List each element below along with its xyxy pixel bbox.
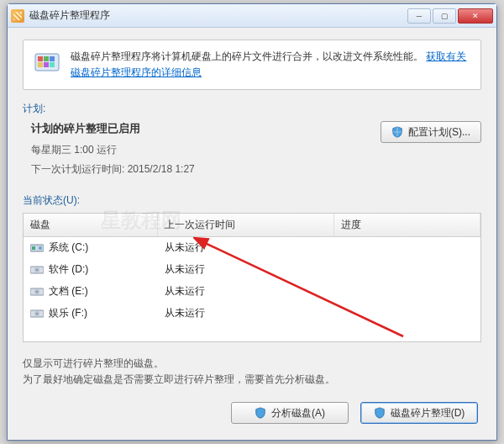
shield-icon	[374, 407, 386, 419]
minimize-button[interactable]: ─	[407, 8, 431, 24]
schedule-enabled-title: 计划的碎片整理已启用	[31, 121, 364, 136]
svg-point-18	[36, 313, 38, 314]
analyze-button[interactable]: 分析磁盘(A)	[231, 402, 349, 424]
note-line-1: 仅显示可进行碎片整理的磁盘。	[23, 356, 481, 371]
maximize-button[interactable]: ▢	[433, 8, 456, 24]
svg-point-15	[36, 291, 38, 293]
disk-progress	[334, 303, 480, 324]
disk-name: 娱乐 (F:)	[49, 306, 87, 320]
schedule-row: 计划的碎片整理已启用 每星期三 1:00 运行 下一次计划运行时间: 2015/…	[23, 121, 481, 182]
configure-schedule-label: 配置计划(S)...	[408, 125, 470, 140]
info-text: 磁盘碎片整理程序将计算机硬盘上的碎片文件进行合并，以改进文件系统性能。 获取有关…	[71, 49, 470, 81]
table-row[interactable]: 软件 (D:)从未运行	[24, 259, 480, 281]
schedule-next-run: 下一次计划运行时间: 2015/2/18 1:27	[31, 162, 364, 177]
col-disk-header[interactable]: 磁盘	[24, 214, 158, 236]
svg-point-12	[36, 269, 38, 271]
table-row[interactable]: 娱乐 (F:)从未运行	[24, 303, 480, 325]
info-banner: 磁盘碎片整理程序将计算机硬盘上的碎片文件进行合并，以改进文件系统性能。 获取有关…	[23, 40, 481, 90]
window: 磁盘碎片整理程序 ─ ▢ ✕ 磁盘碎片整理程序将计算机硬盘上的碎片文件	[7, 3, 497, 441]
window-title: 磁盘碎片整理程序	[29, 8, 407, 23]
action-bar: 分析磁盘(A) 磁盘碎片整理(D)	[23, 402, 481, 424]
disk-icon	[30, 243, 44, 253]
disk-progress	[334, 281, 480, 302]
disk-last-run: 从未运行	[158, 259, 334, 280]
svg-rect-1	[38, 56, 43, 61]
col-last-header[interactable]: 上一次运行时间	[158, 214, 334, 236]
shield-icon	[391, 126, 403, 138]
disk-icon	[30, 265, 44, 275]
list-header: 磁盘 上一次运行时间 进度	[24, 214, 480, 237]
status-section-label: 当前状态(U):	[23, 193, 481, 208]
disk-icon	[30, 287, 44, 297]
defrag-button[interactable]: 磁盘碎片整理(D)	[360, 402, 478, 424]
note-line-2: 为了最好地确定磁盘是否需要立即进行碎片整理，需要首先分析磁盘。	[23, 372, 481, 387]
titlebar: 磁盘碎片整理程序 ─ ▢ ✕	[8, 4, 496, 28]
defrag-label: 磁盘碎片整理(D)	[391, 406, 465, 420]
app-icon	[11, 9, 24, 23]
info-description: 磁盘碎片整理程序将计算机硬盘上的碎片文件进行合并，以改进文件系统性能。	[71, 50, 423, 62]
svg-point-9	[39, 246, 42, 250]
disk-name: 文档 (E:)	[49, 284, 88, 299]
next-run-label: 下一次计划运行时间:	[31, 163, 128, 175]
defrag-icon	[34, 49, 60, 76]
disk-name: 软件 (D:)	[49, 262, 88, 277]
svg-rect-4	[38, 62, 43, 67]
schedule-info: 计划的碎片整理已启用 每星期三 1:00 运行 下一次计划运行时间: 2015/…	[23, 121, 364, 182]
notes: 仅显示可进行碎片整理的磁盘。 为了最好地确定磁盘是否需要立即进行碎片整理，需要首…	[23, 356, 481, 387]
configure-schedule-button[interactable]: 配置计划(S)...	[381, 121, 481, 143]
svg-rect-8	[32, 246, 35, 250]
table-row[interactable]: 系统 (C:)从未运行	[24, 237, 480, 259]
svg-rect-2	[44, 56, 49, 61]
shield-icon	[255, 407, 266, 419]
disk-list: 磁盘 上一次运行时间 进度 系统 (C:)从未运行软件 (D:)从未运行文档 (…	[23, 213, 481, 342]
disk-progress	[334, 259, 480, 280]
analyze-label: 分析磁盘(A)	[271, 406, 325, 420]
disk-last-run: 从未运行	[158, 281, 334, 302]
schedule-section-label: 计划:	[23, 102, 481, 116]
svg-rect-6	[50, 62, 55, 67]
disk-last-run: 从未运行	[158, 303, 334, 324]
next-run-value: 2015/2/18 1:27	[128, 163, 195, 175]
disk-name: 系统 (C:)	[49, 240, 88, 255]
window-controls: ─ ▢ ✕	[407, 8, 493, 24]
close-button[interactable]: ✕	[458, 8, 493, 24]
disk-progress	[334, 237, 480, 258]
schedule-recurrence: 每星期三 1:00 运行	[31, 143, 364, 157]
disk-last-run: 从未运行	[158, 237, 334, 258]
content-area: 磁盘碎片整理程序将计算机硬盘上的碎片文件进行合并，以改进文件系统性能。 获取有关…	[8, 28, 496, 432]
list-body: 系统 (C:)从未运行软件 (D:)从未运行文档 (E:)从未运行娱乐 (F:)…	[24, 237, 480, 325]
col-progress-header[interactable]: 进度	[334, 214, 480, 236]
table-row[interactable]: 文档 (E:)从未运行	[24, 281, 480, 303]
svg-rect-5	[44, 62, 49, 67]
svg-rect-3	[50, 56, 55, 61]
disk-icon	[30, 309, 44, 319]
